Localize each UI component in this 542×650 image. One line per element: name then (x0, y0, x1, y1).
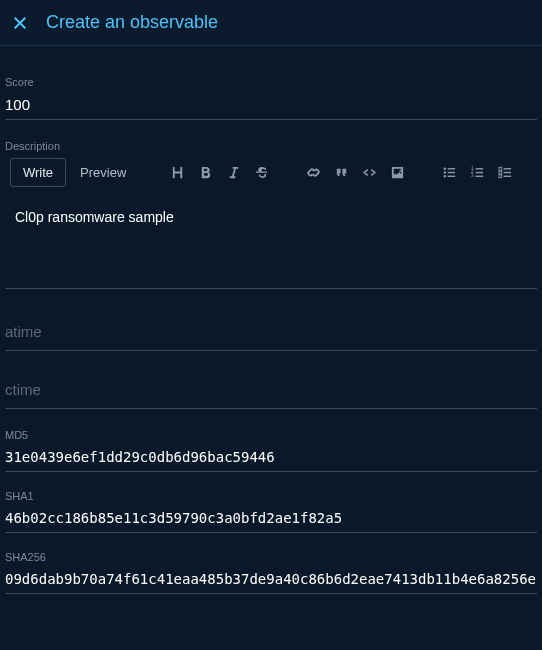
heading-button[interactable] (164, 160, 190, 186)
svg-point-6 (443, 175, 445, 177)
quote-button[interactable] (328, 160, 354, 186)
atime-field-group (5, 313, 537, 351)
code-icon (362, 165, 377, 180)
header: Create an observable (0, 0, 542, 46)
bold-button[interactable] (192, 160, 218, 186)
sha1-label: SHA1 (5, 490, 537, 502)
svg-point-4 (443, 171, 445, 173)
svg-rect-17 (503, 172, 511, 173)
form-content: Score Description Write Preview (0, 46, 542, 594)
atime-input[interactable] (5, 313, 537, 351)
ctime-input[interactable] (5, 371, 537, 409)
description-field-group: Description Write Preview (5, 140, 537, 293)
ordered-list-icon: 1 2 3 (470, 165, 485, 180)
strikethrough-button[interactable] (248, 160, 274, 186)
close-button[interactable] (10, 13, 30, 33)
checklist-icon (498, 165, 513, 180)
sha1-input[interactable] (5, 504, 537, 533)
ol-button[interactable]: 1 2 3 (464, 160, 490, 186)
page-title: Create an observable (46, 12, 218, 33)
svg-rect-13 (475, 176, 483, 177)
sha1-field-group: SHA1 (5, 490, 537, 533)
strikethrough-icon (254, 165, 269, 180)
unordered-list-icon (442, 165, 457, 180)
svg-rect-5 (447, 172, 455, 173)
italic-button[interactable] (220, 160, 246, 186)
svg-rect-19 (503, 176, 511, 177)
md5-label: MD5 (5, 429, 537, 441)
sha256-field-group: SHA256 (5, 551, 537, 594)
svg-rect-16 (499, 171, 502, 174)
description-label: Description (5, 140, 537, 152)
svg-rect-18 (499, 175, 502, 178)
tab-preview[interactable]: Preview (68, 159, 138, 186)
score-label: Score (5, 76, 537, 88)
ctime-field-group (5, 371, 537, 409)
svg-rect-14 (499, 167, 502, 170)
italic-icon (226, 165, 241, 180)
svg-rect-11 (475, 172, 483, 173)
checklist-button[interactable] (492, 160, 518, 186)
sha256-input[interactable] (5, 565, 537, 594)
score-input[interactable] (5, 90, 537, 120)
sha256-label: SHA256 (5, 551, 537, 563)
svg-text:3: 3 (471, 173, 474, 178)
code-button[interactable] (356, 160, 382, 186)
image-icon (390, 165, 405, 180)
quote-icon (334, 165, 349, 180)
link-icon (306, 165, 321, 180)
image-button[interactable] (384, 160, 410, 186)
close-icon (11, 14, 29, 32)
link-button[interactable] (300, 160, 326, 186)
svg-rect-9 (475, 168, 483, 169)
svg-rect-3 (447, 168, 455, 169)
editor-toolbar: Write Preview (5, 154, 537, 191)
score-field-group: Score (5, 76, 537, 120)
md5-field-group: MD5 (5, 429, 537, 472)
tab-write[interactable]: Write (10, 158, 66, 187)
svg-rect-7 (447, 176, 455, 177)
svg-rect-15 (503, 168, 511, 169)
heading-icon (170, 165, 185, 180)
svg-point-2 (443, 168, 445, 170)
bold-icon (198, 165, 213, 180)
ul-button[interactable] (436, 160, 462, 186)
md5-input[interactable] (5, 443, 537, 472)
description-textarea[interactable] (5, 199, 537, 289)
